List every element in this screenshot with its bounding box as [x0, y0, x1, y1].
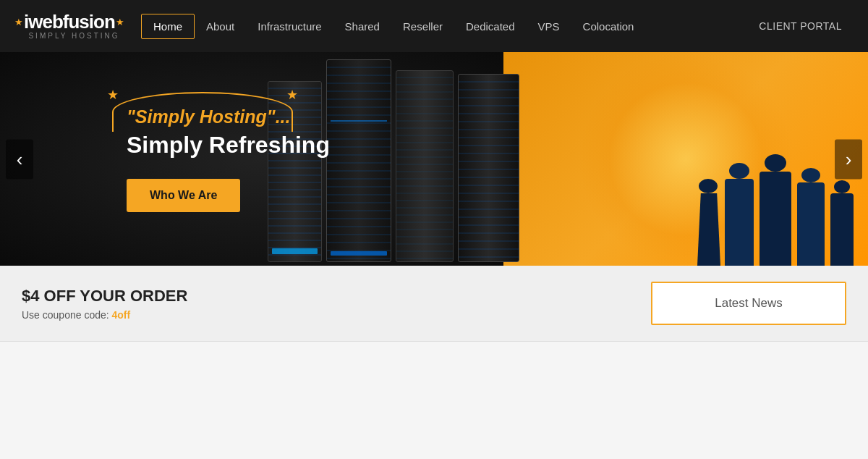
nav-link-home[interactable]: Home [141, 14, 195, 39]
nav-link-reseller[interactable]: Reseller [391, 0, 454, 52]
nav-item-about[interactable]: About [195, 0, 246, 52]
nav-link-colocation[interactable]: Colocation [571, 0, 646, 52]
promo-title: $4 OFF YOUR ORDER [22, 287, 651, 306]
page-content-area [0, 342, 868, 459]
hero-bg-orange [503, 52, 868, 266]
promo-subtitle-prefix: Use coupone code: [22, 309, 112, 321]
hero-content: "Simply Hosting"... Simply Refreshing Wh… [127, 106, 330, 212]
nav-item-shared[interactable]: Shared [333, 0, 391, 52]
nav-link-dedicated[interactable]: Dedicated [454, 0, 527, 52]
nav-item-colocation[interactable]: Colocation [571, 0, 646, 52]
nav-item-home[interactable]: Home [141, 0, 195, 52]
slider-next-button[interactable]: › [835, 139, 862, 179]
nav-link-client-portal[interactable]: CLIENT PORTAL [747, 0, 854, 52]
hero-quote: "Simply Hosting"... [127, 106, 330, 127]
hero-arc-star-right: ★ [286, 87, 298, 103]
hero-subtitle: Simply Refreshing [127, 132, 330, 159]
logo-text: iwebfusion [24, 12, 115, 31]
promo-bar: $4 OFF YOUR ORDER Use coupone code: 4off… [0, 266, 868, 342]
nav-link-about[interactable]: About [195, 0, 246, 52]
who-we-are-button[interactable]: Who We Are [127, 179, 240, 212]
logo-star-right: ★ [116, 17, 124, 27]
slider-prev-button[interactable]: ‹ [6, 139, 33, 179]
nav-link-infrastructure[interactable]: Infrastructure [246, 0, 333, 52]
nav-item-client-portal[interactable]: CLIENT PORTAL [747, 0, 854, 52]
nav-item-dedicated[interactable]: Dedicated [454, 0, 527, 52]
nav-item-infrastructure[interactable]: Infrastructure [246, 0, 333, 52]
logo-tagline: SIMPLY HOSTING [14, 32, 134, 40]
nav-list: Home About Infrastructure Shared Reselle… [141, 0, 854, 52]
navbar: ★ iwebfusion ★ SIMPLY HOSTING Home About… [0, 0, 868, 52]
latest-news-button[interactable]: Latest News [651, 282, 846, 325]
hero-arc-star-left: ★ [107, 87, 119, 103]
logo-star-left: ★ [14, 17, 23, 27]
promo-code: 4off [112, 309, 131, 321]
promo-subtitle-line: Use coupone code: 4off [22, 309, 651, 321]
nav-link-vps[interactable]: VPS [527, 0, 571, 52]
nav-item-reseller[interactable]: Reseller [391, 0, 454, 52]
hero-people-group [697, 154, 854, 266]
hero-slider: ★ ★ "Simply Hosting"... Simply Refreshin… [0, 52, 868, 266]
nav-link-shared[interactable]: Shared [333, 0, 391, 52]
nav-item-vps[interactable]: VPS [527, 0, 571, 52]
logo[interactable]: ★ iwebfusion ★ SIMPLY HOSTING [14, 12, 134, 40]
promo-left: $4 OFF YOUR ORDER Use coupone code: 4off [22, 287, 651, 321]
